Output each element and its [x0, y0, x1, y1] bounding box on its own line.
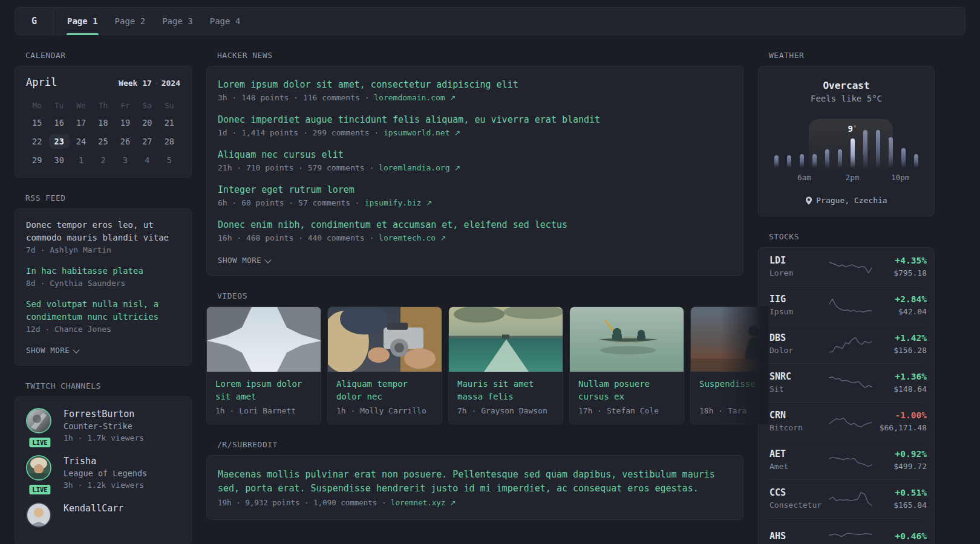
hn-story-title[interactable]: Integer eget rutrum lorem: [218, 184, 732, 196]
post-meta: 19h · 9,932 points · 1,090 comments · lo…: [218, 498, 732, 507]
weather-location: Prague, Czechia: [774, 196, 918, 205]
stock-sparkline: [828, 295, 874, 317]
hn-story-domain[interactable]: loremlandia.org: [379, 163, 449, 172]
twitch-channel-row[interactable]: KendallCarr: [26, 502, 180, 528]
hn-story-title[interactable]: Donec imperdiet augue tincidunt felis al…: [218, 114, 732, 126]
video-thumbnail-hands-holding-camera[interactable]: [328, 307, 442, 372]
stock-symbol[interactable]: SNRC: [769, 371, 828, 383]
post-meta-text: 19h · 9,932 points · 1,090 comments ·: [218, 498, 391, 507]
channel-game[interactable]: League of Legends: [64, 467, 147, 479]
video-card[interactable]: Suspendisse diam 18h · Tara: [690, 306, 769, 424]
channel-avatar[interactable]: [26, 408, 51, 433]
calendar-widget: April Week 17·2024 Mo Tu We Th Fr Sa Su …: [15, 66, 192, 178]
stock-symbol[interactable]: IIG: [769, 293, 828, 306]
stock-change: +1.42%: [874, 332, 927, 345]
channel-name[interactable]: Trisha: [64, 455, 147, 467]
video-card[interactable]: Aliquam tempor dolor nec pharetra… 1h · …: [327, 306, 442, 424]
video-thumbnail-canoe-on-foggy-lake[interactable]: [570, 307, 684, 372]
hn-story-meta: 3h · 148 points · 116 comments · loremdo…: [218, 93, 732, 102]
post-title[interactable]: Maecenas mollis pulvinar erat non posuer…: [218, 468, 732, 496]
stock-row[interactable]: AETAmet +0.92%$499.72: [769, 441, 923, 479]
stock-symbol[interactable]: DBS: [769, 332, 828, 345]
external-link-icon: ↗: [440, 234, 446, 242]
stock-row[interactable]: LDILorem +4.35%$795.18: [769, 248, 923, 286]
hn-story-domain[interactable]: loremtech.co: [379, 233, 436, 242]
twitch-channel-row[interactable]: LIVE ForrestBurton Counter-Strike 1h · 1…: [26, 408, 180, 444]
avatar-image-grayscale-portrait: [27, 409, 50, 432]
video-card[interactable]: Nullam posuere cursus ex 17h · Stefan Co…: [569, 306, 684, 424]
video-thumbnail-boat-wake-on-sea[interactable]: [449, 307, 563, 372]
video-title[interactable]: Suspendisse diam: [699, 378, 769, 403]
video-card[interactable]: Mauris sit amet massa felis 7h · Grayson…: [448, 306, 563, 424]
stock-change: +1.36%: [874, 371, 927, 383]
tab-page-1[interactable]: Page 1: [59, 8, 106, 34]
tab-page-4[interactable]: Page 4: [201, 8, 249, 34]
hn-show-more-button[interactable]: SHOW MORE: [218, 256, 271, 265]
tab-page-2[interactable]: Page 2: [106, 8, 154, 34]
post-domain[interactable]: loremnet.xyz: [391, 498, 445, 507]
hn-story-domain[interactable]: ipsumify.biz: [365, 198, 422, 207]
live-badge: LIVE: [28, 484, 51, 496]
tab-page-3[interactable]: Page 3: [154, 8, 201, 34]
stock-row[interactable]: DBSDolor +1.42%$156.28: [769, 325, 923, 363]
rss-item-title[interactable]: Donec tempor eros leo, ut commodo mauris…: [26, 219, 180, 244]
calendar-day: 19: [114, 114, 136, 131]
video-title[interactable]: Lorem ipsum dolor sit amet consectetu…: [215, 378, 312, 403]
hn-story-title[interactable]: Aliquam nec cursus elit: [218, 149, 732, 161]
stock-name: Ipsum: [769, 306, 828, 318]
video-card[interactable]: Lorem ipsum dolor sit amet consectetu… 1…: [206, 306, 321, 424]
hn-story-domain[interactable]: loremdomain.com: [374, 93, 445, 102]
channel-game[interactable]: Counter-Strike: [64, 420, 144, 432]
show-more-label: SHOW MORE: [26, 346, 70, 355]
dow-mo: Mo: [26, 98, 48, 112]
twitch-section-title: TWITCH CHANNELS: [25, 381, 192, 390]
rss-item: Donec tempor eros leo, ut commodo mauris…: [26, 219, 180, 254]
calendar-day: 29: [26, 151, 48, 169]
video-thumbnail-person-in-misty-field[interactable]: [691, 307, 769, 372]
stock-row[interactable]: CCSConsectetur +0.51%$165.84: [769, 479, 923, 518]
stock-change: +4.35%: [874, 254, 927, 267]
channel-avatar[interactable]: [26, 455, 51, 481]
stock-symbol[interactable]: CRN: [769, 409, 828, 422]
hn-story: Donec imperdiet augue tincidunt felis al…: [218, 114, 732, 137]
video-title[interactable]: Nullam posuere cursus ex: [578, 378, 675, 403]
video-meta: 17h · Stefan Cole: [578, 406, 675, 415]
stock-row[interactable]: CRNBitcorn -1.00%$66,171.48: [769, 402, 923, 441]
hn-story-meta: 1d · 1,414 points · 299 comments · ipsum…: [218, 128, 732, 137]
stock-row[interactable]: IIGIpsum +2.84%$42.04: [769, 286, 923, 325]
rss-item-title[interactable]: Sed volutpat nulla nisl, a condimentum n…: [26, 298, 180, 323]
video-title[interactable]: Aliquam tempor dolor nec pharetra…: [336, 378, 433, 403]
stock-row[interactable]: AHS +0.46%: [769, 518, 923, 544]
stock-sparkline: [828, 256, 874, 278]
stock-symbol[interactable]: LDI: [769, 254, 828, 267]
time-label: 6am: [797, 173, 811, 182]
hn-story-title[interactable]: Donec enim nibh, condimentum et accumsan…: [218, 219, 732, 232]
rss-show-more-button[interactable]: SHOW MORE: [26, 346, 79, 355]
stock-row[interactable]: SNRCSit +1.36%$148.64: [769, 363, 923, 402]
hn-story-domain[interactable]: ipsumworld.net: [384, 128, 450, 137]
app-logo[interactable]: G: [15, 8, 54, 34]
hn-meta-text: 3h · 148 points · 116 comments ·: [218, 93, 374, 102]
rss-item-meta: 8d · Cynthia Saunders: [26, 279, 180, 288]
twitch-channel-row[interactable]: LIVE Trisha League of Legends 3h · 1.2k …: [26, 455, 180, 491]
channel-name[interactable]: ForrestBurton: [64, 408, 144, 420]
hn-meta-text: 1d · 1,414 points · 299 comments ·: [218, 128, 384, 137]
channel-viewers: 1h · 1.7k viewers: [64, 432, 144, 444]
calendar-day: 21: [158, 114, 180, 131]
stock-symbol[interactable]: AHS: [769, 530, 828, 543]
calendar-day: 17: [70, 114, 92, 131]
channel-avatar[interactable]: [26, 502, 51, 528]
calendar-grid: Mo Tu We Th Fr Sa Su 15 16 17 18 19 20 2…: [26, 98, 180, 169]
stock-symbol[interactable]: AET: [769, 448, 828, 461]
hn-story-title[interactable]: Lorem ipsum dolor sit amet, consectetur …: [218, 79, 732, 91]
hn-meta-text: 6h · 60 points · 57 comments ·: [218, 198, 365, 207]
video-title[interactable]: Mauris sit amet massa felis: [457, 378, 554, 403]
stocks-widget: LDILorem +4.35%$795.18 IIGIpsum +2.84%$4…: [758, 247, 935, 544]
rss-item-title[interactable]: In hac habitasse platea: [26, 265, 180, 277]
video-thumbnail-concrete-pillars-sky[interactable]: [207, 307, 321, 372]
stock-symbol[interactable]: CCS: [769, 487, 828, 499]
channel-name[interactable]: KendallCarr: [64, 502, 123, 514]
separator-dot: ·: [152, 79, 162, 88]
selected-day-label: 23: [49, 134, 70, 149]
stock-price: $148.64: [874, 383, 927, 395]
